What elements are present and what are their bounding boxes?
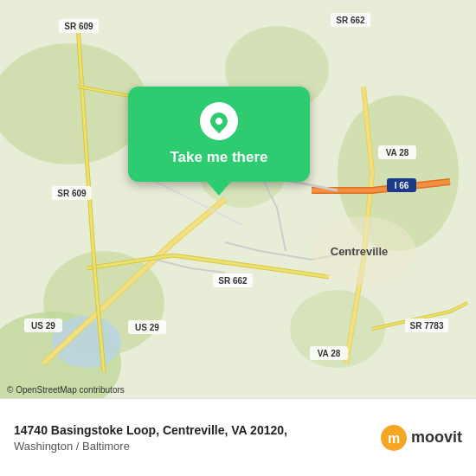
location-pin	[200, 102, 238, 140]
svg-text:US 29: US 29	[135, 323, 159, 332]
svg-text:I 66: I 66	[395, 181, 409, 190]
popup-bubble[interactable]: Take me there	[128, 87, 310, 182]
popup-arrow	[207, 182, 231, 196]
moovit-icon: m	[380, 424, 408, 452]
moovit-text: moovit	[411, 428, 462, 447]
address-main: 14740 Basingstoke Loop, Centreville, VA …	[14, 422, 380, 440]
svg-text:SR 662: SR 662	[218, 276, 248, 286]
bottom-bar: 14740 Basingstoke Loop, Centreville, VA …	[0, 398, 476, 476]
map-container: SR 609 SR 662 SR 620 SR 609 VA 28 I 66 S…	[0, 0, 476, 398]
osm-attribution: © OpenStreetMap contributors	[7, 385, 125, 395]
svg-text:SR 609: SR 609	[64, 22, 93, 31]
address-sub: Washington / Baltimore	[14, 440, 380, 453]
svg-text:VA 28: VA 28	[386, 148, 409, 158]
svg-text:Centreville: Centreville	[331, 245, 388, 258]
svg-text:US 29: US 29	[31, 321, 55, 331]
osm-text: © OpenStreetMap contributors	[7, 385, 125, 395]
svg-text:VA 28: VA 28	[318, 349, 341, 358]
svg-text:SR 609: SR 609	[57, 189, 87, 198]
pin-icon	[207, 109, 231, 133]
svg-text:m: m	[388, 431, 400, 446]
address-block: 14740 Basingstoke Loop, Centreville, VA …	[14, 422, 380, 453]
svg-text:SR 662: SR 662	[336, 16, 365, 25]
svg-text:SR 7783: SR 7783	[410, 321, 444, 331]
moovit-logo: m moovit	[380, 424, 462, 452]
take-me-there-label: Take me there	[170, 149, 267, 166]
navigation-popup[interactable]: Take me there	[128, 87, 310, 196]
